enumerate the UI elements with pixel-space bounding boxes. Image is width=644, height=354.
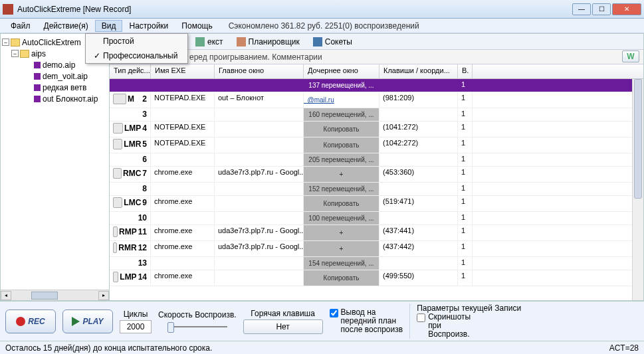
table-row[interactable]: M2NOTEPAD.EXEout – Блокнот_@mail.ru(981:… <box>110 92 643 108</box>
col-childwin[interactable]: Дочернее окно <box>304 64 379 78</box>
table-row[interactable]: RMC7chrome.exeuda3e7r3.plp7.ru - Googl..… <box>110 167 643 183</box>
play-icon <box>72 317 80 326</box>
text-icon <box>195 37 205 46</box>
calendar-icon <box>237 37 246 46</box>
tab-scheduler[interactable]: Планировщик <box>231 35 306 48</box>
tab-sockets[interactable]: Сокеты <box>307 35 358 48</box>
cycles-label: Циклы <box>124 310 148 319</box>
menu-view[interactable]: Вид <box>95 20 123 32</box>
tree-file[interactable]: out Блокнот.aip <box>2 93 108 104</box>
comment-text: еред проигрыванием. Комментарии <box>189 52 322 62</box>
hotkey-label: Горячая клавиша <box>251 309 315 318</box>
hotkey-button[interactable]: Нет <box>243 319 323 334</box>
titlebar: AutoClickExtreme [New Record] — ☐ ✕ <box>0 0 644 19</box>
table-row[interactable]: 137 перемещений, ...1 <box>110 79 643 92</box>
saved-label: Сэкономлено 361.82 руб. 2251(0) воспроиз… <box>229 21 419 31</box>
record-icon <box>16 317 25 326</box>
actions-grid: Тип дейс... Имя EXE Главное окно Дочерне… <box>110 64 643 300</box>
minimize-button[interactable]: — <box>572 3 591 15</box>
menubar: Файл Действие(я) Вид Настройки Помощь Сэ… <box>0 19 644 33</box>
cycles-input[interactable] <box>120 320 152 333</box>
statusbar: Осталось 15 дней(дня) до конца испытател… <box>0 341 644 354</box>
record-params: Параметры текущей Записи СкриншотыприВос… <box>409 304 521 339</box>
table-row[interactable]: 6205 перемещений, ...1 <box>110 153 643 167</box>
maximize-button[interactable]: ☐ <box>592 3 611 15</box>
col-exe[interactable]: Имя EXE <box>151 64 215 78</box>
table-row[interactable]: LMR5NOTEPAD.EXEКопировать(1042:272)1 <box>110 137 643 153</box>
table-row[interactable]: LMC9chrome.exeКопировать(519:471)1 <box>110 196 643 212</box>
file-icon <box>34 96 41 102</box>
table-row[interactable]: 3160 перемещений, ...1 <box>110 108 643 122</box>
params-title: Параметры текущей Записи <box>417 304 521 313</box>
screenshots-checkbox[interactable] <box>417 313 425 322</box>
table-row[interactable]: LMP4NOTEPAD.EXEКопировать(1041:272)1 <box>110 122 643 137</box>
record-button[interactable]: REC <box>5 310 56 333</box>
close-button[interactable]: ✕ <box>612 3 641 15</box>
action-icon <box>113 123 123 133</box>
speed-group: Скорость Воспроизв. <box>158 310 237 333</box>
menu-settings[interactable]: Настройки <box>122 20 175 32</box>
view-dropdown: Простой ✓Профессиональный <box>85 33 188 64</box>
table-row[interactable]: 8152 перемещений, ...1 <box>110 183 643 196</box>
grid-header: Тип дейс... Имя EXE Главное окно Дочерне… <box>110 64 643 79</box>
status-left: Осталось 15 дней(дня) до конца испытател… <box>5 343 212 353</box>
window-title: AutoClickExtreme [New Record] <box>17 5 572 14</box>
speed-slider[interactable] <box>167 321 227 333</box>
main-panel: екст Планировщик Сокеты еред проигрывани… <box>110 33 644 301</box>
go-button[interactable]: W <box>622 50 639 62</box>
grid-vscroll[interactable] <box>632 79 643 300</box>
scroll-right-icon[interactable]: ▸ <box>98 291 109 300</box>
tree-hscroll[interactable]: ◂ ▸ <box>1 290 109 300</box>
tab-toolbar: екст Планировщик Сокеты <box>110 34 643 50</box>
status-right: ACT=28 <box>609 343 639 353</box>
file-icon <box>34 73 41 80</box>
hotkey-group: Горячая клавиша Нет <box>243 309 323 334</box>
view-professional[interactable]: ✓Профессиональный <box>86 48 187 63</box>
col-mainwin[interactable]: Главное окно <box>215 64 304 78</box>
tab-text[interactable]: екст <box>189 35 229 48</box>
table-row[interactable]: RMR12chrome.exeuda3e7r3.plp7.ru - Googl.… <box>110 241 643 257</box>
file-icon <box>34 62 41 68</box>
menu-help[interactable]: Помощь <box>175 20 219 32</box>
table-row[interactable]: LMP14chrome.exeКопировать(499:550)1 <box>110 270 643 286</box>
table-row[interactable]: RMP11chrome.exeuda3e7r3.plp7.ru - Googl.… <box>110 225 643 241</box>
action-icon <box>113 168 122 179</box>
app-icon <box>3 4 13 15</box>
menu-file[interactable]: Файл <box>4 20 37 32</box>
cycles-group: Циклы <box>120 310 152 333</box>
table-row[interactable]: 10100 перемещений, ...1 <box>110 212 643 225</box>
col-type[interactable]: Тип дейс... <box>110 64 151 78</box>
file-icon <box>34 84 41 91</box>
action-icon <box>113 94 126 104</box>
col-v[interactable]: В. <box>458 64 473 78</box>
vscroll-thumb[interactable] <box>634 79 642 199</box>
view-simple[interactable]: Простой <box>86 34 187 48</box>
play-button[interactable]: PLAY <box>62 310 113 333</box>
scroll-thumb[interactable] <box>31 292 58 300</box>
tree-panel: −AutoClickExtrem −aips demo.aipdem_voit.… <box>0 33 110 301</box>
tree-file[interactable]: редкая ветв <box>2 82 108 93</box>
screenshots-check: СкриншотыприВоспроизв. <box>417 313 521 339</box>
action-icon <box>113 242 117 253</box>
menu-actions[interactable]: Действие(я) <box>37 20 95 32</box>
bottom-panel: REC PLAY Циклы Скорость Воспроизв. Горяч… <box>0 301 644 341</box>
action-icon <box>113 226 118 237</box>
speed-label: Скорость Воспроизв. <box>158 310 237 319</box>
table-row[interactable]: 13154 перемещений, ...1 <box>110 257 643 270</box>
scroll-left-icon[interactable]: ◂ <box>1 291 11 300</box>
col-keys[interactable]: Клавиши / коорди... <box>379 64 458 78</box>
socket-icon <box>313 37 322 46</box>
action-icon <box>113 197 122 208</box>
tree-file[interactable]: dem_voit.aip <box>2 70 108 82</box>
action-icon <box>113 272 118 282</box>
foreground-check: Вывод напередний планпосле воспроизв <box>330 308 403 334</box>
action-icon <box>113 139 122 149</box>
foreground-checkbox[interactable] <box>330 309 338 317</box>
comment-bar: еред проигрыванием. Комментарии W <box>110 50 643 64</box>
